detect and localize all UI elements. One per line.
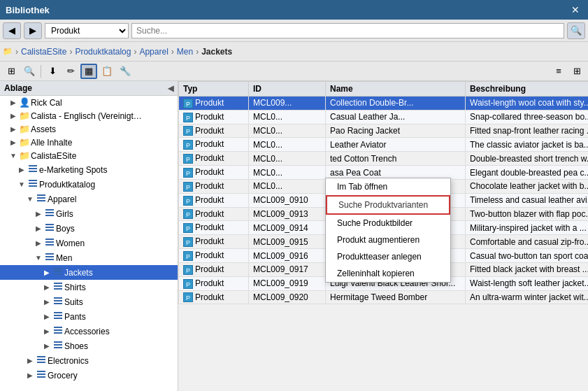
sidebar-item-apparel[interactable]: ▼Apparel [0,192,178,206]
sidebar-item-calista-en[interactable]: ▶📁Calista - Englisch (Vereinigte Staaten… [0,109,178,122]
svg-rect-34 [54,329,62,331]
sidebar-item-men[interactable]: ▼Men [0,250,178,265]
svg-rect-23 [54,273,62,275]
edit-button[interactable]: ✏ [62,64,79,79]
type-icon: P [183,126,193,136]
cell-beschreibung: Timeless and casual leather avi... [466,193,589,207]
tree-toggle-boys[interactable]: ▶ [34,225,43,232]
tree-toggle-pants[interactable]: ▶ [42,313,52,320]
tree-label-boys: Boys [56,224,75,234]
tree-toggle-calista-esite[interactable]: ▼ [8,152,18,159]
sidebar-item-electronics[interactable]: ▶Electronics [0,353,178,368]
cell-beschreibung: Casual two-button tan sport coat [466,249,589,263]
tree-icon-suits [52,296,64,308]
tree-toggle-jackets[interactable]: ▶ [42,269,52,276]
close-button[interactable]: ✕ [568,3,582,17]
tile-view-btn[interactable]: ⊞ [568,64,585,79]
tree-toggle-emarketing[interactable]: ▶ [17,166,27,173]
tree-toggle-shoes[interactable]: ▶ [42,342,52,350]
sidebar-collapse-button[interactable]: ◀ [168,84,173,93]
type-dropdown[interactable]: Produkt [45,23,129,38]
sidebar-item-emarketing[interactable]: ▶e-Marketing Spots [0,162,178,177]
svg-rect-42 [37,371,45,372]
table-row[interactable]: PProduktMCL0...Leather AviatorThe classi… [179,138,589,152]
sidebar-item-assets[interactable]: ▶📁Assets [0,122,178,136]
sidebar-item-accessories[interactable]: ▶Accessories [0,324,178,339]
search-button[interactable]: 🔍 [567,22,585,39]
table-row[interactable]: PProduktMCL0...ted Cotton TrenchDouble-b… [179,152,589,166]
sidebar-item-jackets[interactable]: ▶Jackets [0,265,178,280]
sidebar-item-alle-inhalte[interactable]: ▶📁Alle Inhalte [0,136,178,149]
breadcrumb-calista[interactable]: CalistaESite [21,47,66,57]
tree-toggle-suits[interactable]: ▶ [42,298,52,306]
context-menu-item-copy-cell[interactable]: Zelleninhalt kopieren [326,265,450,282]
svg-rect-17 [45,244,54,246]
sort-button[interactable]: ⬇ [44,64,61,79]
cell-id: MCL0... [249,179,326,193]
breadcrumb-jackets[interactable]: Jackets [201,47,232,57]
cell-typ: PProdukt [179,276,249,290]
sidebar-item-shirts[interactable]: ▶Shirts [0,280,178,294]
tree-toggle-shirts[interactable]: ▶ [42,283,52,291]
tree-label-women: Women [56,239,85,248]
context-menu-item-search-images[interactable]: Suche Produktbilder [326,215,450,232]
type-icon: P [183,168,193,178]
tree-toggle-rick-cal[interactable]: ▶ [8,99,18,106]
tree-toggle-men[interactable]: ▼ [34,254,43,262]
sidebar-item-grocery[interactable]: ▶Grocery [0,368,178,383]
sidebar-item-pants[interactable]: ▶Pants [0,309,178,324]
sidebar-title: Ablage [4,83,32,93]
tree-toggle-apparel[interactable]: ▼ [25,195,35,203]
grid-view-button[interactable]: ⊞ [3,64,20,79]
context-menu-item-open-tab[interactable]: Im Tab öffnen [326,178,450,195]
cell-typ: PProdukt [179,179,249,193]
cell-id: MCL0... [249,152,326,166]
tree-icon-alle-inhalte: 📁 [18,137,31,148]
sidebar-item-shoes[interactable]: ▶Shoes [0,339,178,353]
sidebar-item-girls[interactable]: ▶Girls [0,206,178,221]
sidebar-item-rick-cal[interactable]: ▶👤Rick Cal [0,96,178,109]
sidebar-item-calista-esite[interactable]: ▼📁CalistaESite [0,149,178,162]
tree-toggle-accessories[interactable]: ▶ [42,327,52,335]
tree-toggle-alle-inhalte[interactable]: ▶ [8,138,18,146]
tree-toggle-women[interactable]: ▶ [34,239,43,247]
table-view-button[interactable]: ▦ [80,64,97,79]
cell-typ: PProdukt [179,193,249,207]
cell-id: MCL009... [249,97,326,111]
sidebar: Ablage ◀ ▶👤Rick Cal▶📁Calista - Englisch … [0,81,178,391]
tree-toggle-girls[interactable]: ▶ [34,210,43,218]
tree-toggle-calista-en[interactable]: ▶ [8,112,18,120]
table-row[interactable]: PProduktMCL0...Casual Leather Ja...Snap-… [179,110,589,124]
table-row[interactable]: PProduktMCL0...Pao Racing JacketFitted s… [179,124,589,138]
context-menu-item-search-variants[interactable]: Suche Produktvarianten [326,195,450,215]
tree-toggle-grocery[interactable]: ▶ [25,371,35,379]
table-row[interactable]: PProduktMCL009_0920Hermitage Tweed Bombe… [179,290,589,304]
tree-toggle-assets[interactable]: ▶ [8,125,18,133]
sidebar-item-women[interactable]: ▶Women [0,236,178,250]
breadcrumb-men[interactable]: Men [177,47,193,57]
tree-toggle-produktkatalog[interactable]: ▼ [17,180,27,188]
settings-button[interactable]: 🔧 [117,64,134,79]
back-button[interactable]: ◀ [3,22,21,39]
svg-rect-20 [45,259,54,260]
forward-button[interactable]: ▶ [24,22,42,39]
context-menu-item-create-teaser[interactable]: Produktteaser anlegen [326,248,450,265]
context-menu-item-augment[interactable]: Produkt augmentieren [326,232,450,248]
tree-toggle-electronics[interactable]: ▶ [25,357,35,364]
find-button[interactable]: 🔍 [21,64,38,79]
svg-rect-44 [37,376,45,378]
tree-label-calista-esite: CalistaESite [31,151,76,161]
sidebar-item-suits[interactable]: ▶Suits [0,294,178,309]
type-icon: P [183,113,193,122]
copy-button[interactable]: 📋 [99,64,115,79]
breadcrumb-produktkatalog[interactable]: Produktkatalog [75,47,131,57]
sidebar-item-boys[interactable]: ▶Boys [0,221,178,236]
sidebar-item-produktkatalog[interactable]: ▼Produktkatalog [0,177,178,192]
search-input[interactable] [131,23,564,38]
table-row[interactable]: PProduktMCL009...Collection Double-Br...… [179,97,589,111]
tree-label-produktkatalog: Produktkatalog [39,180,95,190]
svg-rect-14 [45,229,54,231]
tree-label-girls: Girls [56,209,73,219]
breadcrumb-apparel[interactable]: Apparel [139,47,168,57]
list-view-btn[interactable]: ≡ [550,64,567,79]
